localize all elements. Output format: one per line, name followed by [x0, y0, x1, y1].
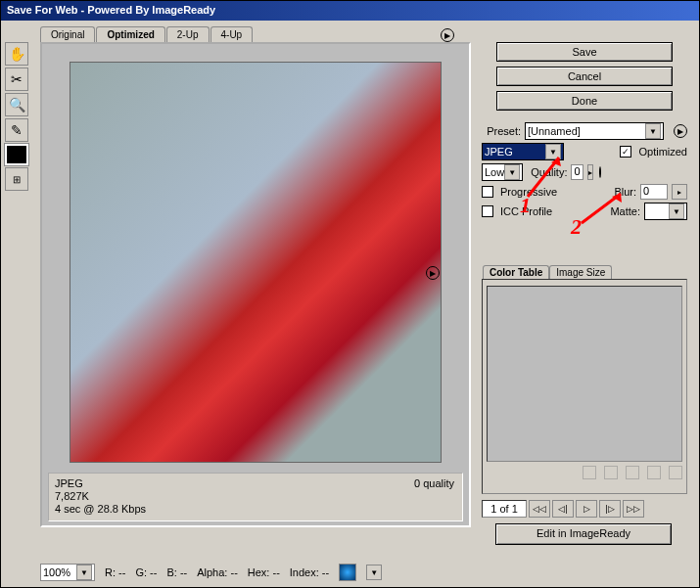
view-tabs: Original Optimized 2-Up 4-Up ▶: [40, 24, 699, 42]
page-indicator: 1 of 1: [482, 500, 527, 518]
file-info: JPEG 7,827K 4 sec @ 28.8 Kbps 0 quality: [48, 473, 463, 521]
blur-slider-icon[interactable]: ▸: [672, 184, 687, 200]
info-quality: 0 quality: [414, 477, 454, 490]
status-r: R: --: [105, 566, 125, 578]
tab-optimized[interactable]: Optimized: [96, 26, 164, 43]
foreground-swatch[interactable]: [5, 144, 28, 165]
zoom-tool-icon[interactable]: 🔍: [5, 93, 28, 116]
quality-input[interactable]: 0: [571, 164, 583, 180]
tab-original[interactable]: Original: [40, 26, 95, 42]
status-hex: Hex: --: [248, 566, 280, 578]
chevron-down-icon: ▼: [504, 164, 520, 180]
zoom-select[interactable]: 100% ▼: [40, 564, 95, 581]
progressive-label: Progressive: [500, 186, 557, 198]
hand-tool-icon[interactable]: ✋: [5, 42, 28, 66]
optimized-label: Optimized: [638, 146, 687, 158]
chevron-down-icon: ▼: [76, 565, 92, 580]
optimized-checkbox[interactable]: ✓: [620, 146, 631, 158]
format-value: JPEG: [485, 146, 513, 158]
tool-palette: ✋ ✂ 🔍 ✎ ⊞: [5, 42, 32, 191]
quality-preset-value: Low: [485, 166, 504, 178]
quality-menu-icon[interactable]: [599, 166, 601, 178]
tab-2up[interactable]: 2-Up: [166, 26, 210, 42]
info-size: 7,827K: [55, 490, 456, 503]
save-button[interactable]: Save: [496, 42, 673, 62]
chevron-down-icon[interactable]: ▼: [366, 565, 382, 580]
settings-panel: Save Cancel Done Preset: [Unnamed] ▼ ▶ J…: [482, 42, 687, 550]
icc-checkbox[interactable]: [482, 205, 493, 217]
progressive-checkbox[interactable]: [482, 186, 493, 198]
quality-label: Quality:: [531, 166, 567, 178]
title-bar: Save For Web - Powered By ImageReady: [1, 1, 699, 21]
preview-pane: JPEG 7,827K 4 sec @ 28.8 Kbps 0 quality: [40, 42, 471, 527]
status-bar: 100% ▼ R: -- G: -- B: -- Alpha: -- Hex: …: [40, 564, 382, 581]
settings-menu-icon[interactable]: ▶: [674, 124, 687, 138]
tab-image-size[interactable]: Image Size: [549, 265, 612, 279]
tab-color-table[interactable]: Color Table: [483, 265, 549, 279]
matte-label: Matte:: [610, 205, 640, 217]
done-button[interactable]: Done: [496, 91, 673, 111]
info-format: JPEG: [55, 477, 456, 490]
info-speed: 4 sec @ 28.8 Kbps: [55, 503, 456, 516]
quality-preset-select[interactable]: Low ▼: [482, 163, 523, 181]
next-button[interactable]: |▷: [599, 500, 621, 518]
first-button[interactable]: ◁◁: [529, 500, 550, 518]
tab-4up[interactable]: 4-Up: [210, 26, 254, 42]
play-button[interactable]: ▷: [576, 500, 597, 518]
blur-label: Blur:: [614, 186, 636, 198]
eyedropper-tool-icon[interactable]: ✎: [5, 118, 28, 142]
preset-label: Preset:: [482, 125, 521, 137]
status-alpha: Alpha: --: [197, 566, 238, 578]
format-select[interactable]: JPEG ▼: [482, 143, 564, 160]
chevron-down-icon: ▼: [645, 123, 661, 139]
zoom-value: 100%: [43, 566, 70, 578]
edit-imageready-button[interactable]: Edit in ImageReady: [495, 523, 672, 545]
slice-nav: 1 of 1 ◁◁ ◁| ▷ |▷ ▷▷: [482, 500, 687, 518]
browser-preview-icon[interactable]: [339, 564, 356, 581]
image-canvas[interactable]: [70, 62, 442, 463]
preview-menu-icon[interactable]: ▶: [441, 28, 454, 42]
ct-icon[interactable]: [604, 466, 618, 479]
blur-input[interactable]: 0: [640, 184, 668, 200]
preset-select[interactable]: [Unnamed] ▼: [525, 122, 664, 140]
status-b: B: --: [166, 566, 187, 578]
last-button[interactable]: ▷▷: [623, 500, 644, 518]
color-table-grid[interactable]: [487, 286, 682, 462]
chevron-down-icon: ▼: [545, 144, 561, 159]
ct-trash-icon[interactable]: [669, 466, 682, 479]
ct-icon[interactable]: [626, 466, 639, 479]
quality-slider-icon[interactable]: ▸: [587, 164, 593, 180]
matte-select[interactable]: ▼: [644, 203, 687, 220]
cancel-button[interactable]: Cancel: [496, 67, 673, 86]
slice-tool-icon[interactable]: ✂: [5, 68, 28, 91]
ct-icon[interactable]: [583, 466, 596, 479]
slice-visibility-icon[interactable]: ⊞: [5, 167, 28, 191]
prev-button[interactable]: ◁|: [552, 500, 574, 518]
icc-label: ICC Profile: [500, 205, 552, 217]
status-g: G: --: [135, 566, 157, 578]
color-table-toolbar: [487, 466, 682, 479]
color-table-section: Color Table Image Size ▶: [482, 279, 687, 494]
section-menu-icon[interactable]: ▶: [426, 266, 440, 280]
chevron-down-icon: ▼: [669, 204, 684, 219]
status-index: Index: --: [290, 566, 329, 578]
preset-value: [Unnamed]: [528, 125, 581, 137]
ct-icon[interactable]: [647, 466, 661, 479]
